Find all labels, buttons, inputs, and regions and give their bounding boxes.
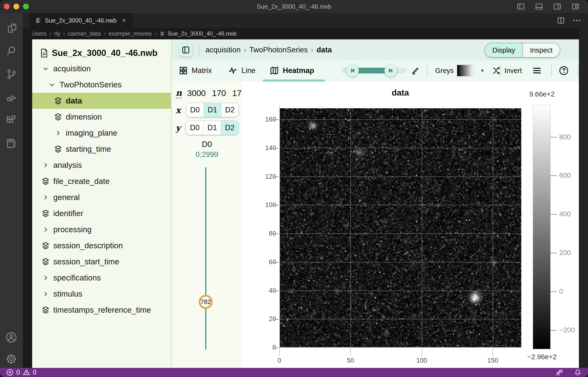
extensions-icon[interactable] <box>3 112 19 128</box>
dataset-layers-icon <box>54 145 62 153</box>
account-icon[interactable] <box>3 330 19 345</box>
dataset-layers-icon <box>54 113 62 121</box>
x-dim-option-D0[interactable]: D0 <box>186 103 204 117</box>
file-list-icon <box>35 17 42 24</box>
source-control-icon[interactable] <box>3 66 19 82</box>
tree-item-label: session_description <box>53 241 123 250</box>
tree-item-specifications[interactable]: specifications <box>32 270 171 286</box>
shape-dim0: 3000 <box>187 88 206 98</box>
tree-item-starting_time[interactable]: starting_time <box>32 141 171 157</box>
notifications-bell-icon[interactable] <box>574 368 582 377</box>
more-actions-icon[interactable] <box>573 17 581 24</box>
x-dim-option-D2[interactable]: D2 <box>221 103 239 117</box>
tree-item-label: session_start_time <box>53 257 119 266</box>
notebook-icon[interactable] <box>3 135 19 151</box>
dataset-layers-icon <box>42 258 50 266</box>
tree-item-label: specifications <box>53 273 101 283</box>
help-button[interactable] <box>558 60 569 81</box>
customize-layout-icon[interactable] <box>572 3 579 10</box>
tree-item-file_create_date[interactable]: file_create_date <box>32 173 171 189</box>
range-slider-start-handle[interactable] <box>346 64 359 77</box>
tree-item-data[interactable]: data <box>32 93 171 109</box>
n-label: n <box>176 88 182 98</box>
dataset-icon <box>41 258 50 266</box>
y-dim-option-D0[interactable]: D0 <box>186 121 203 135</box>
chevron-right-icon[interactable] <box>41 194 50 201</box>
colorbar-tick-label: −200 <box>559 326 575 334</box>
detail-breadcrumb-item[interactable]: acquisition <box>206 46 241 54</box>
scrollbar-strip[interactable] <box>579 28 588 368</box>
toggle-secondary-sidebar-icon[interactable] <box>553 3 561 10</box>
frame-slider-track[interactable] <box>205 167 207 350</box>
toggle-panel-icon[interactable] <box>535 3 543 10</box>
dimension-controls: n 3000 170 170 x D0D1D2 y D0D1D2 D0 0:29… <box>172 82 242 368</box>
divider <box>199 45 199 55</box>
run-debug-icon[interactable] <box>3 89 19 105</box>
tree-item-analysis[interactable]: analysis <box>32 157 171 173</box>
tree-item-general[interactable]: general <box>32 189 171 205</box>
chevron-right-icon[interactable] <box>41 226 50 233</box>
titlebar: Sue_2x_3000_40_-46.nwb <box>0 0 588 13</box>
chevron-down-icon[interactable] <box>41 65 50 72</box>
problems-status[interactable]: 0 0 <box>6 369 36 376</box>
sidebar-toggle-button[interactable] <box>179 43 193 57</box>
toggle-sidebar-icon[interactable] <box>517 3 525 10</box>
settings-gear-icon[interactable] <box>3 351 19 367</box>
range-slider[interactable] <box>342 68 407 73</box>
tree-item-TwoPhotonSeries[interactable]: TwoPhotonSeries <box>32 77 171 93</box>
explorer-icon[interactable] <box>3 20 19 36</box>
tree-item-stimulus[interactable]: stimulus <box>32 286 171 302</box>
tree-item-acquisition[interactable]: acquisition <box>32 60 171 77</box>
breadcrumb-item[interactable]: rly <box>54 30 60 37</box>
feedback-icon[interactable] <box>555 368 563 377</box>
y-tick-label: 120 <box>254 173 276 180</box>
frame-slider-handle[interactable]: 782 <box>199 295 213 309</box>
heatmap-image[interactable] <box>279 108 521 348</box>
invert-button[interactable]: Invert <box>491 60 522 81</box>
tree-item-identifier[interactable]: identifier <box>32 205 171 221</box>
tree-item-processing[interactable]: processing <box>32 221 171 237</box>
tab-sue-nwb[interactable]: Sue_2x_3000_40_-46.nwb × <box>30 13 133 28</box>
menu-button[interactable] <box>531 60 542 81</box>
breadcrumb-item[interactable]: example_movies <box>108 30 152 37</box>
chevron-right-icon[interactable] <box>41 274 50 281</box>
plot-area[interactable] <box>279 106 521 348</box>
y-dim-option-D1[interactable]: D1 <box>203 121 221 135</box>
tree-item-label: stimulus <box>53 289 82 298</box>
x-axis-line <box>279 347 521 348</box>
gridline-y-20 <box>279 319 521 319</box>
view-tab-line[interactable]: Line <box>228 60 256 81</box>
display-mode-button[interactable]: Display <box>485 43 523 57</box>
x-dim-option-D1[interactable]: D1 <box>204 103 221 117</box>
chevron-down-icon <box>42 65 49 72</box>
tree-item-session_description[interactable]: session_description <box>32 237 171 254</box>
colorbar-tick-mark <box>551 291 557 292</box>
inspect-mode-button[interactable]: Inspect <box>523 43 560 57</box>
chevron-right-icon[interactable] <box>41 291 50 297</box>
tree-item-timestamps_reference_time[interactable]: timestamps_reference_time <box>32 302 171 318</box>
tab-close-icon[interactable]: × <box>122 17 126 24</box>
colormap-selector[interactable]: Greys ▼ <box>435 60 485 81</box>
chevron-right-icon[interactable] <box>41 162 50 169</box>
pen-icon <box>411 66 420 75</box>
search-icon[interactable] <box>3 43 19 59</box>
breadcrumb-item[interactable]: caiman_data <box>68 30 101 37</box>
tree-item-dimension[interactable]: dimension <box>32 109 171 125</box>
detail-breadcrumb-item[interactable]: TwoPhotonSeries <box>249 46 308 54</box>
panel-left-icon <box>182 46 190 54</box>
chevron-right-icon[interactable] <box>53 130 63 136</box>
view-tab-matrix[interactable]: Matrix <box>179 60 212 81</box>
breadcrumb-item[interactable]: Users <box>31 30 46 37</box>
chevron-down-icon[interactable] <box>47 82 57 88</box>
x-dim-row: x D0D1D2 <box>176 103 239 117</box>
tree-item-session_start_time[interactable]: session_start_time <box>32 254 171 270</box>
edit-pen-button[interactable] <box>411 60 420 81</box>
breadcrumb-file[interactable]: Sue_2x_3000_40_-46.nwb <box>160 30 237 37</box>
colormap-label: Greys <box>435 67 454 75</box>
split-editor-icon[interactable] <box>557 17 565 24</box>
y-dim-option-D2[interactable]: D2 <box>221 121 238 135</box>
x-tick-label: 0 <box>269 357 290 364</box>
view-tab-heatmap[interactable]: Heatmap <box>270 60 314 81</box>
tree-item-imaging_plane[interactable]: imaging_plane <box>32 125 171 141</box>
range-slider-end-handle[interactable] <box>384 64 397 77</box>
